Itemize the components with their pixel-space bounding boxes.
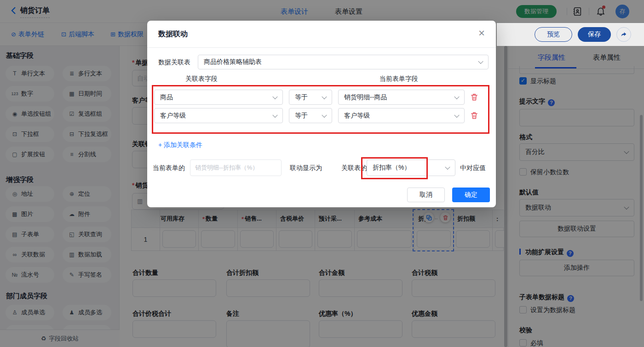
modal-title: 数据联动 — [158, 29, 188, 39]
rel-table-select[interactable]: 商品价格策略辅助表 — [198, 55, 489, 69]
condition1-op-select[interactable]: 等于 — [289, 90, 332, 105]
condition1-right-select[interactable]: 销货明细--商品 — [338, 90, 465, 105]
share-button[interactable] — [616, 27, 631, 42]
map-prefix-label: 当前表单的 — [153, 164, 185, 172]
map-middle-label: 联动显示为 — [290, 164, 322, 172]
add-condition-link[interactable]: + 添加关联条件 — [158, 141, 202, 149]
confirm-button[interactable]: 确定 — [452, 188, 490, 202]
condition2-op-select[interactable]: 等于 — [289, 108, 332, 123]
data-linkage-modal: 数据联动 × 数据关联表 商品价格策略辅助表 关联表字段 当前表单字段 商品 等… — [147, 21, 496, 207]
condition2-left-select[interactable]: 客户等级 — [154, 108, 283, 123]
map-suffix-label: 中对应值 — [460, 164, 486, 172]
share-arrow-icon — [620, 31, 627, 38]
app-root: 销货订单 表单设计 表单设置 数据管理 存 ⊘表单外链 ⊡后端脚本 ⊞数据权限 … — [0, 0, 644, 347]
cancel-button[interactable]: 取消 — [407, 188, 445, 202]
close-icon[interactable]: × — [478, 27, 485, 40]
modal-header: 数据联动 × — [147, 21, 496, 48]
condition1-left-select[interactable]: 商品 — [154, 90, 283, 105]
current-field-input: 销货明细--折扣率（%） — [190, 159, 282, 176]
col-header-left: 关联表字段 — [185, 75, 218, 83]
rel-table-label: 数据关联表 — [158, 58, 190, 67]
preview-button[interactable]: 预览 — [535, 27, 572, 42]
rel-field-select[interactable]: 折扣率（%） — [367, 159, 455, 176]
delete-condition-icon[interactable] — [470, 93, 478, 103]
map-rel-prefix-label: 关联表的 — [341, 164, 367, 172]
delete-condition-icon[interactable] — [470, 111, 478, 121]
condition2-right-select[interactable]: 客户等级 — [338, 108, 465, 123]
toolbar-actions: 预览 保存 — [497, 23, 644, 46]
save-button[interactable]: 保存 — [578, 27, 611, 42]
col-header-right: 当前表单字段 — [380, 75, 418, 83]
